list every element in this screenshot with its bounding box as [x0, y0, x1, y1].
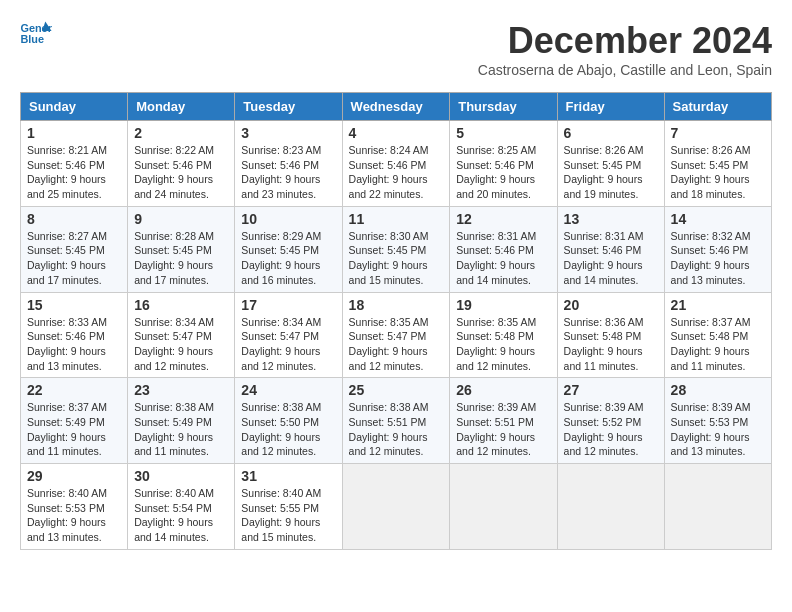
table-row: 1Sunrise: 8:21 AM Sunset: 5:46 PM Daylig… [21, 121, 128, 207]
table-row [450, 464, 557, 550]
logo-icon: General Blue [20, 20, 52, 48]
table-row: 20Sunrise: 8:36 AM Sunset: 5:48 PM Dayli… [557, 292, 664, 378]
table-row: 7Sunrise: 8:26 AM Sunset: 5:45 PM Daylig… [664, 121, 771, 207]
calendar-week-0: 1Sunrise: 8:21 AM Sunset: 5:46 PM Daylig… [21, 121, 772, 207]
table-row: 4Sunrise: 8:24 AM Sunset: 5:46 PM Daylig… [342, 121, 450, 207]
calendar-week-1: 8Sunrise: 8:27 AM Sunset: 5:45 PM Daylig… [21, 206, 772, 292]
col-friday: Friday [557, 93, 664, 121]
table-row: 8Sunrise: 8:27 AM Sunset: 5:45 PM Daylig… [21, 206, 128, 292]
table-row: 18Sunrise: 8:35 AM Sunset: 5:47 PM Dayli… [342, 292, 450, 378]
col-thursday: Thursday [450, 93, 557, 121]
table-row: 3Sunrise: 8:23 AM Sunset: 5:46 PM Daylig… [235, 121, 342, 207]
month-title: December 2024 [478, 20, 772, 62]
table-row: 13Sunrise: 8:31 AM Sunset: 5:46 PM Dayli… [557, 206, 664, 292]
table-row: 23Sunrise: 8:38 AM Sunset: 5:49 PM Dayli… [128, 378, 235, 464]
table-row: 30Sunrise: 8:40 AM Sunset: 5:54 PM Dayli… [128, 464, 235, 550]
table-row: 17Sunrise: 8:34 AM Sunset: 5:47 PM Dayli… [235, 292, 342, 378]
logo: General Blue [20, 20, 52, 48]
table-row: 14Sunrise: 8:32 AM Sunset: 5:46 PM Dayli… [664, 206, 771, 292]
table-row: 16Sunrise: 8:34 AM Sunset: 5:47 PM Dayli… [128, 292, 235, 378]
table-row: 2Sunrise: 8:22 AM Sunset: 5:46 PM Daylig… [128, 121, 235, 207]
svg-text:Blue: Blue [20, 33, 44, 45]
col-sunday: Sunday [21, 93, 128, 121]
header: General Blue December 2024 Castroserna d… [20, 20, 772, 88]
table-row: 25Sunrise: 8:38 AM Sunset: 5:51 PM Dayli… [342, 378, 450, 464]
table-row: 24Sunrise: 8:38 AM Sunset: 5:50 PM Dayli… [235, 378, 342, 464]
table-row: 26Sunrise: 8:39 AM Sunset: 5:51 PM Dayli… [450, 378, 557, 464]
location-subtitle: Castroserna de Abajo, Castille and Leon,… [478, 62, 772, 78]
table-row: 9Sunrise: 8:28 AM Sunset: 5:45 PM Daylig… [128, 206, 235, 292]
table-row: 5Sunrise: 8:25 AM Sunset: 5:46 PM Daylig… [450, 121, 557, 207]
table-row: 15Sunrise: 8:33 AM Sunset: 5:46 PM Dayli… [21, 292, 128, 378]
table-row: 6Sunrise: 8:26 AM Sunset: 5:45 PM Daylig… [557, 121, 664, 207]
calendar-header-row: Sunday Monday Tuesday Wednesday Thursday… [21, 93, 772, 121]
col-monday: Monday [128, 93, 235, 121]
calendar-week-3: 22Sunrise: 8:37 AM Sunset: 5:49 PM Dayli… [21, 378, 772, 464]
table-row: 10Sunrise: 8:29 AM Sunset: 5:45 PM Dayli… [235, 206, 342, 292]
table-row: 31Sunrise: 8:40 AM Sunset: 5:55 PM Dayli… [235, 464, 342, 550]
table-row: 28Sunrise: 8:39 AM Sunset: 5:53 PM Dayli… [664, 378, 771, 464]
calendar-week-2: 15Sunrise: 8:33 AM Sunset: 5:46 PM Dayli… [21, 292, 772, 378]
col-saturday: Saturday [664, 93, 771, 121]
calendar-week-4: 29Sunrise: 8:40 AM Sunset: 5:53 PM Dayli… [21, 464, 772, 550]
calendar-table: Sunday Monday Tuesday Wednesday Thursday… [20, 92, 772, 550]
table-row: 19Sunrise: 8:35 AM Sunset: 5:48 PM Dayli… [450, 292, 557, 378]
table-row: 22Sunrise: 8:37 AM Sunset: 5:49 PM Dayli… [21, 378, 128, 464]
table-row: 21Sunrise: 8:37 AM Sunset: 5:48 PM Dayli… [664, 292, 771, 378]
table-row: 11Sunrise: 8:30 AM Sunset: 5:45 PM Dayli… [342, 206, 450, 292]
table-row [342, 464, 450, 550]
table-row: 27Sunrise: 8:39 AM Sunset: 5:52 PM Dayli… [557, 378, 664, 464]
col-tuesday: Tuesday [235, 93, 342, 121]
table-row: 12Sunrise: 8:31 AM Sunset: 5:46 PM Dayli… [450, 206, 557, 292]
table-row: 29Sunrise: 8:40 AM Sunset: 5:53 PM Dayli… [21, 464, 128, 550]
table-row [664, 464, 771, 550]
col-wednesday: Wednesday [342, 93, 450, 121]
table-row [557, 464, 664, 550]
